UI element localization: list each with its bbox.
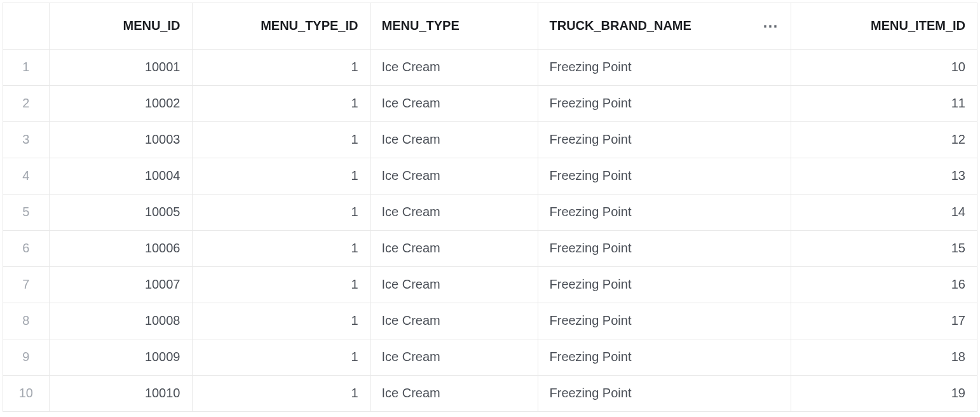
column-header-label: TRUCK_BRAND_NAME — [550, 18, 691, 33]
cell-truck-brand-name[interactable]: Freezing Point — [538, 303, 791, 339]
cell-menu-item-id[interactable]: 17 — [791, 303, 977, 339]
table-row[interactable]: 10100101Ice CreamFreezing Point19 — [3, 375, 977, 411]
row-index-cell[interactable]: 1 — [3, 49, 49, 85]
cell-truck-brand-name[interactable]: Freezing Point — [538, 375, 791, 411]
row-index-cell[interactable]: 3 — [3, 121, 49, 158]
cell-truck-brand-name[interactable]: Freezing Point — [538, 230, 791, 266]
cell-menu-type[interactable]: Ice Cream — [370, 375, 538, 411]
cell-menu-type-id[interactable]: 1 — [192, 266, 370, 303]
cell-menu-type-id[interactable]: 1 — [192, 339, 370, 375]
cell-menu-item-id[interactable]: 16 — [791, 266, 977, 303]
column-header-label: MENU_ITEM_ID — [871, 18, 965, 33]
table-row[interactable]: 7100071Ice CreamFreezing Point16 — [3, 266, 977, 303]
cell-menu-id[interactable]: 10006 — [49, 230, 192, 266]
cell-menu-type-id[interactable]: 1 — [192, 230, 370, 266]
column-header-menu-type[interactable]: MENU_TYPE — [370, 3, 538, 49]
data-table: MENU_ID MENU_TYPE_ID MENU_TYPE TRUCK_BRA… — [3, 3, 977, 412]
cell-menu-item-id[interactable]: 15 — [791, 230, 977, 266]
cell-menu-type[interactable]: Ice Cream — [370, 158, 538, 194]
cell-menu-id[interactable]: 10001 — [49, 49, 192, 85]
cell-menu-type[interactable]: Ice Cream — [370, 49, 538, 85]
cell-menu-item-id[interactable]: 14 — [791, 194, 977, 230]
cell-menu-id[interactable]: 10009 — [49, 339, 192, 375]
cell-menu-type[interactable]: Ice Cream — [370, 85, 538, 121]
cell-menu-type-id[interactable]: 1 — [192, 121, 370, 158]
cell-menu-id[interactable]: 10002 — [49, 85, 192, 121]
table-row[interactable]: 3100031Ice CreamFreezing Point12 — [3, 121, 977, 158]
cell-menu-item-id[interactable]: 11 — [791, 85, 977, 121]
cell-truck-brand-name[interactable]: Freezing Point — [538, 121, 791, 158]
column-header-truck-brand-name[interactable]: TRUCK_BRAND_NAME ⋯ — [538, 3, 791, 49]
cell-menu-type[interactable]: Ice Cream — [370, 230, 538, 266]
row-index-cell[interactable]: 7 — [3, 266, 49, 303]
cell-menu-item-id[interactable]: 12 — [791, 121, 977, 158]
cell-menu-type[interactable]: Ice Cream — [370, 194, 538, 230]
table-row[interactable]: 8100081Ice CreamFreezing Point17 — [3, 303, 977, 339]
table-row[interactable]: 1100011Ice CreamFreezing Point10 — [3, 49, 977, 85]
table-body: 1100011Ice CreamFreezing Point102100021I… — [3, 49, 977, 411]
table-row[interactable]: 9100091Ice CreamFreezing Point18 — [3, 339, 977, 375]
cell-truck-brand-name[interactable]: Freezing Point — [538, 339, 791, 375]
cell-menu-type[interactable]: Ice Cream — [370, 303, 538, 339]
table-header-row: MENU_ID MENU_TYPE_ID MENU_TYPE TRUCK_BRA… — [3, 3, 977, 49]
row-index-cell[interactable]: 2 — [3, 85, 49, 121]
cell-menu-type-id[interactable]: 1 — [192, 194, 370, 230]
cell-truck-brand-name[interactable]: Freezing Point — [538, 85, 791, 121]
row-index-cell[interactable]: 9 — [3, 339, 49, 375]
column-header-label: MENU_TYPE_ID — [261, 18, 358, 33]
table-row[interactable]: 2100021Ice CreamFreezing Point11 — [3, 85, 977, 121]
cell-menu-id[interactable]: 10003 — [49, 121, 192, 158]
row-index-cell[interactable]: 4 — [3, 158, 49, 194]
cell-menu-id[interactable]: 10008 — [49, 303, 192, 339]
column-header-menu-type-id[interactable]: MENU_TYPE_ID — [192, 3, 370, 49]
row-index-cell[interactable]: 5 — [3, 194, 49, 230]
cell-menu-type[interactable]: Ice Cream — [370, 339, 538, 375]
cell-truck-brand-name[interactable]: Freezing Point — [538, 266, 791, 303]
column-actions-icon[interactable]: ⋯ — [755, 18, 779, 34]
column-header-menu-item-id[interactable]: MENU_ITEM_ID — [791, 3, 977, 49]
cell-menu-type-id[interactable]: 1 — [192, 303, 370, 339]
cell-menu-item-id[interactable]: 18 — [791, 339, 977, 375]
cell-truck-brand-name[interactable]: Freezing Point — [538, 194, 791, 230]
cell-menu-type-id[interactable]: 1 — [192, 158, 370, 194]
cell-menu-id[interactable]: 10007 — [49, 266, 192, 303]
row-index-header[interactable] — [3, 3, 49, 49]
cell-menu-item-id[interactable]: 19 — [791, 375, 977, 411]
cell-menu-type-id[interactable]: 1 — [192, 85, 370, 121]
cell-menu-type-id[interactable]: 1 — [192, 49, 370, 85]
cell-menu-item-id[interactable]: 10 — [791, 49, 977, 85]
cell-menu-item-id[interactable]: 13 — [791, 158, 977, 194]
row-index-cell[interactable]: 10 — [3, 375, 49, 411]
table-header: MENU_ID MENU_TYPE_ID MENU_TYPE TRUCK_BRA… — [3, 3, 977, 49]
cell-menu-id[interactable]: 10004 — [49, 158, 192, 194]
table-row[interactable]: 5100051Ice CreamFreezing Point14 — [3, 194, 977, 230]
column-header-label: MENU_TYPE — [382, 18, 459, 33]
row-index-cell[interactable]: 6 — [3, 230, 49, 266]
cell-truck-brand-name[interactable]: Freezing Point — [538, 158, 791, 194]
cell-menu-type[interactable]: Ice Cream — [370, 266, 538, 303]
table-row[interactable]: 4100041Ice CreamFreezing Point13 — [3, 158, 977, 194]
cell-menu-type-id[interactable]: 1 — [192, 375, 370, 411]
row-index-cell[interactable]: 8 — [3, 303, 49, 339]
cell-menu-id[interactable]: 10005 — [49, 194, 192, 230]
column-header-label: MENU_ID — [123, 18, 180, 33]
column-header-menu-id[interactable]: MENU_ID — [49, 3, 192, 49]
cell-menu-type[interactable]: Ice Cream — [370, 121, 538, 158]
cell-truck-brand-name[interactable]: Freezing Point — [538, 49, 791, 85]
cell-menu-id[interactable]: 10010 — [49, 375, 192, 411]
table-row[interactable]: 6100061Ice CreamFreezing Point15 — [3, 230, 977, 266]
